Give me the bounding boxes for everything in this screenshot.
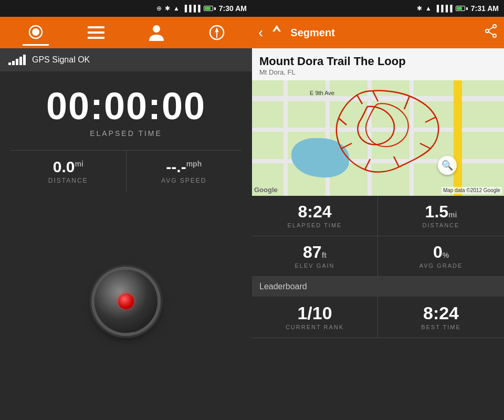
status-bar-left: ⊕ ✱ ▲ ▐▐▐▐ 7:30 AM [0, 0, 252, 17]
gps-signal-bars [8, 55, 26, 65]
current-rank-value: 1/10 [297, 304, 332, 322]
best-time-stat: 8:24 BEST TIME [378, 297, 504, 338]
list-nav-icon[interactable] [83, 19, 109, 46]
right-panel: ✱ ▲ ▐▐▐▐ 7:31 AM ‹ Segment [252, 0, 504, 420]
gps-status-text: GPS Signal OK [32, 55, 90, 65]
segment-nav-title: Segment [290, 27, 478, 39]
record-button-area [94, 193, 158, 415]
location-icon: ⊕ [156, 5, 162, 12]
current-rank-label: CURRENT RANK [286, 324, 344, 330]
avg-speed-box: --.-mph AVG SPEED [127, 151, 242, 193]
svg-rect-2 [88, 26, 104, 28]
leaderboard-header: Leaderboard [252, 277, 504, 297]
distance-label: DISTANCE [48, 177, 88, 184]
stats-row: 0.0mi DISTANCE --.-mph AVG SPEED [10, 150, 242, 193]
best-time-value: 8:24 [423, 304, 459, 322]
svg-line-13 [489, 27, 493, 30]
status-time-left: 7:30 AM [219, 4, 247, 13]
map-background: E 9th Ave 🔍 Google Map data ©2012 Google [252, 80, 504, 196]
map-route [252, 80, 504, 196]
map-zoom-button[interactable]: 🔍 [438, 156, 457, 175]
segment-name: Mount Dora Trail The Loop [259, 55, 497, 68]
profile-nav-icon[interactable] [143, 19, 170, 46]
record-button-indicator [118, 293, 134, 309]
timer-section: 00:00:00 ELAPSED TIME 0.0mi DISTANCE --.… [0, 71, 252, 420]
svg-marker-9 [272, 25, 281, 32]
elapsed-time-stat-label: ELAPSED TIME [288, 222, 342, 228]
record-nav-icon[interactable] [23, 19, 49, 46]
avg-speed-value: --.-mph [166, 159, 202, 175]
svg-line-14 [489, 32, 493, 35]
share-button[interactable] [484, 24, 498, 41]
svg-point-5 [153, 25, 160, 33]
segment-nav-bar: ‹ Segment [252, 17, 504, 48]
elapsed-time-label: ELAPSED TIME [90, 129, 162, 138]
back-button[interactable]: ‹ [258, 24, 263, 41]
svg-point-12 [493, 34, 496, 37]
map-attribution: Map data ©2012 Google [442, 187, 502, 194]
battery-icon-right [456, 6, 468, 11]
bluetooth-icon: ✱ [165, 5, 170, 12]
best-time-label: BEST TIME [421, 324, 461, 330]
elapsed-time-stat-value: 8:24 [298, 203, 331, 220]
record-button[interactable] [94, 270, 158, 333]
svg-point-10 [493, 25, 496, 28]
elev-gain-stat-value: 87ft [303, 244, 327, 260]
leaderboard-stats: 1/10 CURRENT RANK 8:24 BEST TIME [252, 297, 504, 338]
left-panel: ⊕ ✱ ▲ ▐▐▐▐ 7:30 AM [0, 0, 252, 420]
segment-location: Mt Dora, FL [259, 68, 497, 76]
signal-icon-right: ▐▐▐▐ [435, 5, 453, 12]
google-label: Google [254, 186, 278, 194]
avg-grade-stat: 0% AVG GRADE [378, 236, 504, 277]
segment-info: Mount Dora Trail The Loop Mt Dora, FL [252, 48, 504, 80]
distance-box: 0.0mi DISTANCE [10, 151, 127, 193]
battery-icon [204, 6, 216, 11]
distance-stat: 1.5mi DISTANCE [378, 196, 504, 236]
distance-stat-label: DISTANCE [423, 222, 460, 228]
status-bar-right: ✱ ▲ ▐▐▐▐ 7:31 AM [252, 0, 504, 17]
svg-point-11 [486, 29, 489, 33]
nav-bar-left [0, 17, 252, 48]
svg-point-1 [32, 28, 39, 36]
distance-value: 0.0mi [53, 159, 83, 175]
wifi-icon: ▲ [173, 5, 180, 12]
status-time-right: 7:31 AM [471, 4, 499, 13]
avg-grade-stat-value: 0% [433, 244, 449, 260]
bluetooth-icon-right: ✱ [417, 5, 422, 12]
avg-grade-stat-label: AVG GRADE [419, 262, 463, 269]
svg-rect-4 [88, 37, 104, 39]
strava-logo-icon [269, 24, 284, 41]
explore-nav-icon[interactable] [204, 19, 230, 46]
signal-icon: ▐▐▐▐ [183, 5, 201, 12]
svg-rect-3 [88, 32, 104, 34]
elapsed-time-display: 00:00:00 [46, 87, 206, 125]
elapsed-time-stat: 8:24 ELAPSED TIME [252, 196, 378, 236]
gps-bar: GPS Signal OK [0, 48, 252, 71]
current-rank-stat: 1/10 CURRENT RANK [252, 297, 378, 338]
segment-stats: 8:24 ELAPSED TIME 1.5mi DISTANCE 87ft EL… [252, 196, 504, 277]
distance-stat-value: 1.5mi [425, 203, 457, 220]
wifi-icon-right: ▲ [425, 5, 432, 12]
elev-gain-stat: 87ft ELEV GAIN [252, 236, 378, 277]
map-container[interactable]: E 9th Ave 🔍 Google Map data ©2012 Google [252, 80, 504, 196]
elev-gain-stat-label: ELEV GAIN [295, 262, 334, 269]
avg-speed-label: AVG SPEED [161, 177, 206, 184]
